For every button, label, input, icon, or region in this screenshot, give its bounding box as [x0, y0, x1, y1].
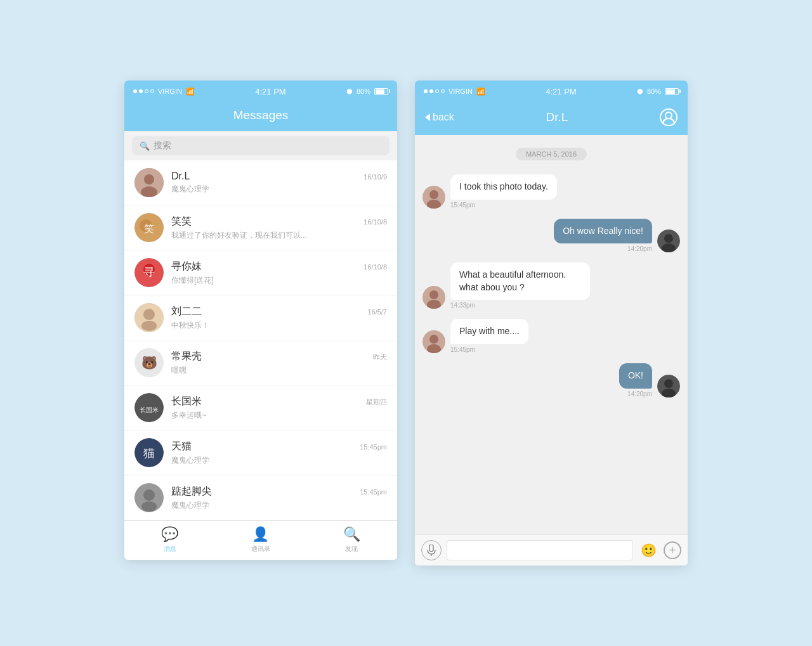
tab-contacts[interactable]: 👤 通讯录	[215, 526, 306, 553]
msg-content-cge: 常果壳 昨天 嘿嘿	[171, 350, 387, 376]
battery-bar-1	[374, 88, 388, 95]
status-left-2: VIRGIN 📶	[424, 87, 485, 96]
svg-text:笑: 笑	[144, 223, 154, 234]
tab-label-messages: 消息	[164, 545, 176, 553]
messages-tab-icon: 💬	[161, 526, 178, 543]
svg-point-32	[429, 335, 438, 344]
chat-header: back Dr.L	[415, 102, 688, 135]
msg-name-xnm: 寻你妹	[171, 260, 202, 273]
svg-text:猫: 猫	[143, 447, 155, 460]
msg-group-2: Oh wow Really nice! 14:20pm	[554, 219, 652, 253]
battery-fill-1	[376, 89, 384, 94]
status-right-2: ⬢ 80%	[637, 87, 679, 96]
tab-messages[interactable]: 💬 消息	[124, 526, 215, 553]
msg-time-cgm: 星期四	[366, 397, 387, 407]
msg-name-cge: 常果壳	[171, 350, 202, 363]
msg-top-cge: 常果壳 昨天	[171, 350, 387, 363]
svg-point-21	[665, 112, 672, 119]
battery-icon-2	[665, 88, 679, 95]
msg-content-qjj: 踮起脚尖 15:45pm 魔鬼心理学	[171, 485, 387, 511]
msg-preview-tm: 魔鬼心理学	[171, 455, 387, 466]
msg-content-xnm: 寻你妹 16/10/8 你懂得[送花]	[171, 260, 387, 286]
dot4-2	[441, 89, 445, 93]
msg-group-3: What a beautiful afternoon. what abou yo…	[450, 262, 590, 309]
avatar-tm: 猫	[134, 438, 164, 467]
avatar-drl	[134, 168, 164, 197]
list-item[interactable]: 寻 寻你妹 16/10/8 你懂得[送花]	[124, 250, 397, 295]
phones-wrapper: VIRGIN 📶 4:21 PM ⬢ 80% Messages 🔍	[124, 42, 688, 604]
list-item[interactable]: 踮起脚尖 15:45pm 魔鬼心理学	[124, 475, 397, 520]
svg-text:🐻: 🐻	[141, 355, 157, 370]
msg-preview-xx: 我通过了你的好友验证，现在我们可以...	[171, 230, 387, 241]
msg-content-tm: 天猫 15:45pm 魔鬼心理学	[171, 440, 387, 466]
profile-button[interactable]	[660, 108, 678, 126]
search-input-wrap[interactable]: 🔍 搜索	[132, 136, 390, 155]
bubble-right-5: OK!	[619, 363, 652, 389]
msg-content-drl: Dr.L 16/10/9 魔鬼心理学	[171, 171, 387, 195]
list-item[interactable]: 刘二二 16/5/7 中秋快乐！	[124, 295, 397, 340]
svg-point-11	[141, 321, 157, 331]
status-bar-2: VIRGIN 📶 4:21 PM ⬢ 80%	[415, 81, 688, 102]
msg-preview-qjj: 魔鬼心理学	[171, 500, 387, 511]
phone-chat: VIRGIN 📶 4:21 PM ⬢ 80% back Dr.L	[415, 81, 688, 565]
msg-preview-xnm: 你懂得[送花]	[171, 275, 387, 286]
carrier-label: VIRGIN	[158, 87, 182, 95]
svg-point-29	[429, 290, 438, 299]
chat-message-3: What a beautiful afternoon. what abou yo…	[422, 262, 680, 310]
mic-button[interactable]	[421, 540, 442, 560]
chat-row-left-3: What a beautiful afternoon. what abou yo…	[422, 262, 680, 309]
bubble-time-5: 14:20pm	[627, 391, 652, 397]
list-item[interactable]: 猫 天猫 15:45pm 魔鬼心理学	[124, 430, 397, 475]
msg-name-cgm: 长国米	[171, 395, 202, 408]
svg-point-1	[144, 174, 154, 184]
msg-name-xx: 笑笑	[171, 215, 192, 228]
chat-avatar-left-3	[422, 286, 445, 309]
msg-top-qjj: 踮起脚尖 15:45pm	[171, 485, 387, 498]
signal-dots-2	[424, 89, 445, 93]
emoji-button[interactable]: 🙂	[638, 540, 658, 560]
tab-discover[interactable]: 🔍 发现	[306, 526, 397, 553]
msg-time-cge: 昨天	[373, 352, 387, 362]
message-input[interactable]	[447, 540, 633, 560]
msg-content-xx: 笑笑 16/10/8 我通过了你的好友验证，现在我们可以...	[171, 215, 387, 241]
list-item[interactable]: 🐻 常果壳 昨天 嘿嘿	[124, 340, 397, 385]
list-item[interactable]: Dr.L 16/10/9 魔鬼心理学	[124, 160, 397, 205]
battery-bar-2	[665, 88, 679, 95]
chat-input-bar: 🙂 +	[415, 534, 688, 565]
search-icon: 🔍	[140, 141, 150, 151]
msg-top-cgm: 长国米 星期四	[171, 395, 387, 408]
svg-point-20	[141, 501, 157, 512]
back-button[interactable]: back	[425, 112, 454, 123]
battery-percent-2: 80%	[647, 87, 661, 95]
message-list: Dr.L 16/10/9 魔鬼心理学 笑 笑笑 16/10/8 我通过了你的好友…	[124, 160, 397, 520]
contacts-tab-icon: 👤	[252, 526, 269, 543]
avatar-xnm: 寻	[134, 258, 164, 287]
bubble-left-1: I took this photo today.	[450, 174, 557, 200]
dot3	[145, 89, 148, 93]
battery-percent-1: 80%	[357, 87, 370, 95]
list-item[interactable]: 长国米 长国米 星期四 多幸运哦~	[124, 385, 397, 430]
bubble-left-4: Play with me....	[450, 319, 528, 344]
svg-text:长国米: 长国米	[140, 406, 159, 413]
svg-point-10	[143, 309, 155, 320]
msg-time-tm: 15:45pm	[360, 443, 387, 451]
back-label: back	[433, 112, 454, 123]
tab-label-discover: 发现	[345, 545, 358, 553]
list-item[interactable]: 笑 笑笑 16/10/8 我通过了你的好友验证，现在我们可以...	[124, 205, 397, 250]
chevron-left-icon	[425, 113, 430, 121]
status-bar-1: VIRGIN 📶 4:21 PM ⬢ 80%	[124, 81, 397, 102]
dot3-2	[435, 89, 439, 93]
bubble-time-1: 15:45pm	[450, 202, 557, 209]
msg-group-5: OK! 14:20pm	[619, 363, 652, 397]
msg-time-le: 16/5/7	[367, 308, 387, 316]
add-button[interactable]: +	[664, 541, 681, 559]
bluetooth-icon-2: ⬢	[637, 87, 643, 96]
avatar-le	[134, 303, 164, 332]
phone-messages: VIRGIN 📶 4:21 PM ⬢ 80% Messages 🔍	[124, 81, 397, 560]
chat-avatar-left-1	[422, 186, 445, 209]
chat-avatar-right-2	[657, 229, 680, 252]
msg-name-drl: Dr.L	[171, 171, 190, 182]
msg-top-tm: 天猫 15:45pm	[171, 440, 387, 453]
msg-name-qjj: 踮起脚尖	[171, 485, 212, 498]
date-pill: MARCH 5, 2016	[516, 148, 587, 160]
